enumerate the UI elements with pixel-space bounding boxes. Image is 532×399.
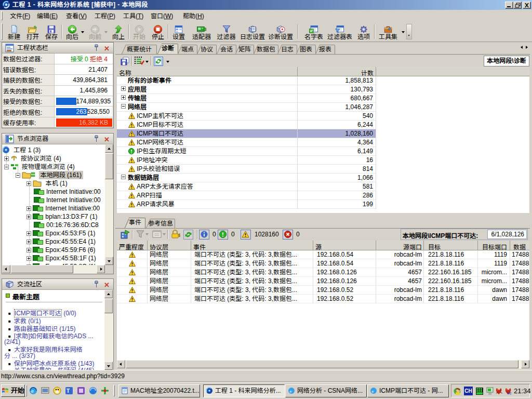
svg-text:e: e	[290, 389, 292, 394]
svg-text:$: $	[178, 233, 180, 238]
svg-text:e: e	[31, 388, 34, 394]
svg-text:T: T	[66, 388, 70, 394]
svg-text:UC: UC	[507, 392, 512, 395]
svg-text:e: e	[372, 389, 374, 394]
